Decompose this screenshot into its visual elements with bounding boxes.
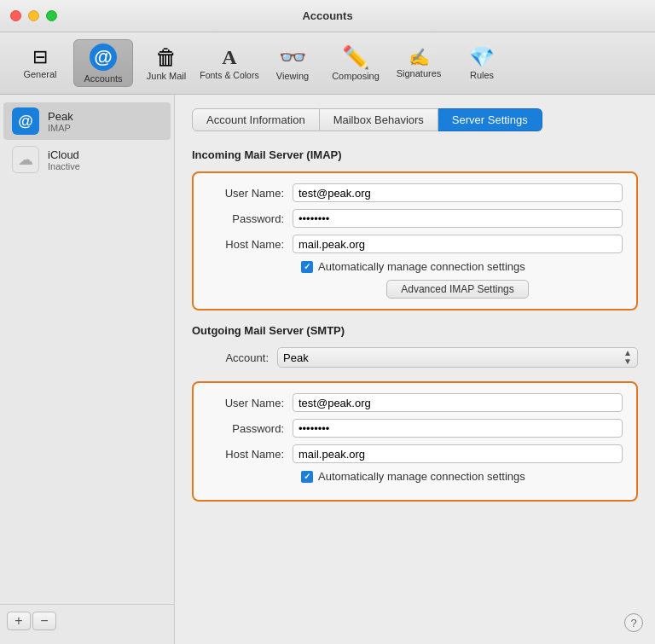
- account-name-peak: Peak: [48, 110, 73, 123]
- account-item-icloud[interactable]: ☁ iCloud Inactive: [3, 141, 171, 178]
- incoming-password-input[interactable]: [293, 209, 623, 228]
- outgoing-settings-box: User Name: Password: Host Name: ✓: [192, 381, 638, 502]
- toolbar-label-composing: Composing: [332, 71, 380, 81]
- sidebar-footer: + −: [0, 604, 174, 637]
- account-type-peak: IMAP: [48, 123, 73, 133]
- maximize-button[interactable]: [46, 10, 57, 21]
- sidebar: @ Peak IMAP ☁ iCloud Inactive +: [0, 95, 175, 644]
- add-account-button[interactable]: +: [7, 612, 31, 630]
- minimize-button[interactable]: [28, 10, 39, 21]
- outgoing-section-title: Outgoing Mail Server (SMTP): [192, 324, 638, 337]
- outgoing-hostname-input[interactable]: [293, 444, 623, 463]
- outgoing-account-row: Account: Peak ▲ ▼: [192, 347, 638, 368]
- select-arrow-icon: ▲ ▼: [623, 349, 632, 366]
- toolbar-label-signatures: Signatures: [397, 68, 442, 78]
- accounts-icon: @: [90, 44, 117, 71]
- outgoing-password-row: Password:: [207, 419, 623, 438]
- toolbar-item-signatures[interactable]: ✍️ Signatures: [389, 39, 449, 87]
- outgoing-account-label: Account:: [192, 351, 277, 364]
- toolbar-item-composing[interactable]: ✏️ Composing: [326, 39, 385, 87]
- fonts-icon: A: [222, 47, 236, 67]
- toolbar-item-general[interactable]: ⊟ General: [10, 39, 70, 87]
- account-name-icloud: iCloud: [48, 148, 80, 161]
- outgoing-username-label: User Name:: [207, 397, 293, 409]
- incoming-section: Incoming Mail Server (IMAP) User Name: P…: [192, 148, 638, 310]
- outgoing-hostname-row: Host Name:: [207, 444, 623, 463]
- toolbar-label-viewing: Viewing: [276, 71, 309, 81]
- main-area: @ Peak IMAP ☁ iCloud Inactive +: [0, 95, 655, 644]
- toolbar-label-accounts: Accounts: [84, 73, 122, 84]
- outgoing-password-label: Password:: [207, 422, 293, 435]
- toolbar: ⊟ General @ Accounts 🗑 Junk Mail A Fonts…: [0, 32, 655, 95]
- outgoing-username-input[interactable]: [293, 393, 623, 412]
- remove-account-button[interactable]: −: [32, 612, 56, 630]
- incoming-hostname-input[interactable]: [293, 235, 623, 253]
- account-icon-peak: @: [12, 107, 39, 135]
- outgoing-username-row: User Name:: [207, 393, 623, 412]
- close-button[interactable]: [10, 10, 21, 21]
- toolbar-label-fonts: Fonts & Colors: [200, 70, 258, 80]
- account-icon-icloud: ☁: [12, 146, 39, 173]
- toolbar-item-rules[interactable]: 💎 Rules: [452, 39, 512, 87]
- accounts-list: @ Peak IMAP ☁ iCloud Inactive: [0, 102, 174, 604]
- account-info-peak: Peak IMAP: [48, 110, 73, 133]
- toolbar-label-junk: Junk Mail: [147, 71, 186, 81]
- window-controls[interactable]: [10, 10, 57, 21]
- incoming-auto-manage-checkbox[interactable]: ✓: [301, 261, 313, 273]
- tab-server-settings[interactable]: Server Settings: [438, 108, 542, 131]
- incoming-password-row: Password:: [207, 209, 623, 228]
- general-icon: ⊟: [32, 48, 48, 67]
- junk-icon: 🗑: [155, 46, 177, 68]
- composing-icon: ✏️: [342, 46, 369, 68]
- toolbar-label-general: General: [23, 69, 56, 79]
- account-info-icloud: iCloud Inactive: [48, 148, 80, 171]
- incoming-auto-manage-label: Automatically manage connection settings: [318, 260, 525, 273]
- advanced-imap-button[interactable]: Advanced IMAP Settings: [386, 280, 529, 299]
- incoming-hostname-row: Host Name:: [207, 235, 623, 253]
- incoming-auto-manage-row: ✓ Automatically manage connection settin…: [207, 260, 623, 273]
- toolbar-label-rules: Rules: [470, 70, 494, 80]
- outgoing-auto-manage-checkbox[interactable]: ✓: [301, 471, 313, 483]
- outgoing-auto-manage-row: ✓ Automatically manage connection settin…: [207, 470, 623, 483]
- title-bar: Accounts: [0, 0, 655, 32]
- incoming-hostname-label: Host Name:: [207, 238, 293, 251]
- incoming-settings-box: User Name: Password: Host Name: ✓: [192, 171, 638, 310]
- outgoing-hostname-label: Host Name:: [207, 448, 293, 461]
- incoming-password-label: Password:: [207, 212, 293, 225]
- outgoing-section: Outgoing Mail Server (SMTP) Account: Pea…: [192, 324, 638, 502]
- signatures-icon: ✍️: [409, 49, 430, 66]
- incoming-section-title: Incoming Mail Server (IMAP): [192, 148, 638, 161]
- toolbar-item-accounts[interactable]: @ Accounts: [73, 39, 133, 87]
- account-type-icloud: Inactive: [48, 161, 80, 171]
- rules-icon: 💎: [469, 47, 495, 67]
- incoming-username-label: User Name:: [207, 187, 293, 200]
- tab-mailbox-behaviors[interactable]: Mailbox Behaviors: [320, 108, 438, 131]
- toolbar-item-fonts[interactable]: A Fonts & Colors: [200, 39, 259, 87]
- outgoing-account-value: Peak: [283, 351, 309, 364]
- outgoing-account-select[interactable]: Peak ▲ ▼: [277, 347, 638, 368]
- help-button[interactable]: ?: [624, 613, 643, 632]
- incoming-advanced-row: Advanced IMAP Settings: [207, 280, 623, 299]
- toolbar-item-viewing[interactable]: 👓 Viewing: [263, 39, 322, 87]
- incoming-username-row: User Name:: [207, 183, 623, 202]
- incoming-username-input[interactable]: [293, 183, 623, 202]
- tab-account-information[interactable]: Account Information: [192, 108, 320, 131]
- viewing-icon: 👓: [279, 46, 306, 68]
- toolbar-item-junk[interactable]: 🗑 Junk Mail: [136, 39, 196, 87]
- account-item-peak[interactable]: @ Peak IMAP: [3, 102, 171, 140]
- outgoing-auto-manage-label: Automatically manage connection settings: [318, 470, 525, 483]
- window-title: Accounts: [302, 9, 352, 22]
- outgoing-password-input[interactable]: [293, 419, 623, 438]
- tabs-container: Account Information Mailbox Behaviors Se…: [192, 108, 638, 131]
- content-panel: Account Information Mailbox Behaviors Se…: [175, 95, 655, 644]
